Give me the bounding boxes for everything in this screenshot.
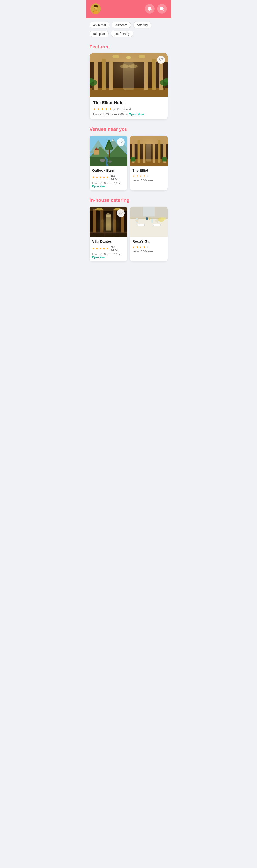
featured-reviews-count: (212 reviews) (113, 107, 131, 111)
filter-pet-friendly[interactable]: pet-friendly (111, 31, 133, 37)
svg-point-5 (94, 7, 95, 7)
search-button[interactable] (157, 4, 167, 13)
star-2: ★ (136, 174, 139, 178)
outlook-barn-name: Outlook Barn (92, 168, 125, 173)
star-2: ★ (97, 107, 100, 111)
star-2: ★ (136, 245, 139, 249)
elliot-nearby-hours: Hours: 8:00am — (133, 179, 165, 182)
filter-catering[interactable]: catering (133, 22, 151, 28)
outlook-barn-favorite-button[interactable] (117, 138, 125, 146)
nearby-venue-card-1[interactable]: The Elliot ★ ★ ★ ★ ★ Hours: 8:00am — (130, 135, 168, 190)
star-5: ★ (109, 107, 112, 111)
star-3: ★ (140, 174, 142, 178)
nearby-title: Venues near you (90, 126, 168, 132)
star-5-empty: ★ (146, 245, 149, 249)
villa-dantes-name: Villa Dantes (92, 240, 125, 244)
bell-icon (147, 6, 152, 11)
hotel-lobby-illustration (90, 53, 168, 97)
header-icons (145, 4, 167, 13)
outlook-barn-reviews: (212 reviews) (110, 174, 125, 180)
svg-point-84 (136, 224, 145, 226)
hours-text: Hours: 8:00am — (133, 250, 153, 253)
star-3: ★ (140, 245, 142, 249)
svg-point-39 (100, 159, 105, 162)
featured-venue-info: The Elliot Hotel ★ ★ ★ ★ ★ (212 reviews)… (90, 97, 168, 119)
open-status: Open Now (92, 256, 105, 259)
table-setting-illustration (130, 207, 168, 237)
filter-av-rental[interactable]: a/v rental (90, 22, 110, 28)
villa-dantes-image (90, 207, 127, 237)
rosas-image (130, 207, 168, 237)
star-2: ★ (96, 247, 98, 250)
elliot-nearby-info: The Elliot ★ ★ ★ ★ ★ Hours: 8:00am — (130, 166, 168, 185)
star-4: ★ (103, 176, 105, 179)
featured-venue-name: The Elliot Hotel (93, 100, 164, 105)
featured-favorite-button[interactable] (157, 56, 165, 64)
outlook-barn-image (90, 135, 127, 166)
star-4: ★ (143, 174, 146, 178)
outlook-barn-hours: Hours: 8:00am — 7:00pm Open Now (92, 182, 125, 188)
open-status: Open Now (92, 185, 105, 188)
villa-dantes-reviews: (212 reviews) (110, 245, 125, 251)
catering-venue-card-0[interactable]: Villa Dantes ★ ★ ★ ★ ★ (212 reviews) Hou… (90, 207, 127, 261)
hotel-thumb-illustration (130, 135, 168, 166)
svg-rect-30 (90, 53, 168, 97)
star-1: ★ (133, 174, 135, 178)
star-5: ★ (106, 247, 109, 250)
featured-open-status: Open Now (129, 113, 144, 116)
catering-title: In-house catering (90, 197, 168, 203)
star-1: ★ (92, 176, 95, 179)
svg-rect-97 (143, 207, 154, 216)
notification-button[interactable] (145, 4, 154, 13)
star-4: ★ (103, 247, 105, 250)
elliot-nearby-stars: ★ ★ ★ ★ ★ (133, 174, 165, 178)
featured-hours-text: Hours: 8:00am — 7:00pm (93, 113, 128, 116)
star-5: ★ (106, 176, 109, 179)
svg-point-6 (96, 7, 96, 7)
svg-rect-88 (151, 219, 152, 223)
hours-text: Hours: 8:00am — 7:00pm (92, 253, 122, 256)
hours-text: Hours: 8:00am — (133, 179, 153, 182)
rosas-name: Rosa's Ga (133, 240, 165, 244)
filter-rain-plan[interactable]: rain plan (90, 31, 109, 37)
rosas-info: Rosa's Ga ★ ★ ★ ★ ★ Hours: 8:00am — (130, 237, 168, 255)
villa-dantes-favorite-button[interactable] (117, 209, 125, 217)
catering-section: In-house catering (86, 192, 171, 267)
heart-icon (159, 58, 163, 62)
filter-tags: a/v rental outdoors catering rain plan p… (86, 18, 171, 39)
star-5-empty: ★ (146, 174, 149, 178)
elliot-nearby-name: The Elliot (133, 168, 165, 173)
featured-venue-image (90, 53, 168, 97)
rosas-hours: Hours: 8:00am — (133, 250, 165, 253)
svg-line-8 (163, 9, 164, 10)
nearby-venue-card-0[interactable]: Outlook Barn ★ ★ ★ ★ ★ (212 reviews) Hou… (90, 135, 127, 190)
heart-icon (119, 211, 122, 215)
nearby-cards-grid: Outlook Barn ★ ★ ★ ★ ★ (212 reviews) Hou… (90, 135, 168, 190)
filter-outdoors[interactable]: outdoors (112, 22, 131, 28)
rosas-stars: ★ ★ ★ ★ ★ (133, 245, 165, 249)
outlook-barn-info: Outlook Barn ★ ★ ★ ★ ★ (212 reviews) Hou… (90, 166, 127, 190)
star-3: ★ (99, 247, 102, 250)
star-1: ★ (133, 245, 135, 249)
svg-rect-44 (94, 150, 99, 155)
star-3: ★ (99, 176, 102, 179)
star-1: ★ (92, 247, 95, 250)
star-3: ★ (101, 107, 104, 111)
svg-point-85 (152, 224, 161, 226)
outlook-barn-stars: ★ ★ ★ ★ ★ (212 reviews) (92, 174, 125, 180)
star-1: ★ (93, 107, 96, 111)
svg-rect-59 (130, 136, 168, 166)
villa-dantes-hours: Hours: 8:00am — 7:00pm Open Now (92, 253, 125, 259)
heart-icon (119, 140, 122, 144)
featured-title: Featured (90, 44, 168, 50)
catering-venue-card-1[interactable]: Rosa's Ga ★ ★ ★ ★ ★ Hours: 8:00am — (130, 207, 168, 261)
villa-dantes-stars: ★ ★ ★ ★ ★ (212 reviews) (92, 245, 125, 251)
nearby-section: Venues near you (86, 121, 171, 192)
featured-venue-card[interactable]: The Elliot Hotel ★ ★ ★ ★ ★ (212 reviews)… (90, 53, 168, 119)
featured-section: Featured (86, 39, 171, 121)
avatar[interactable] (90, 3, 101, 14)
star-2: ★ (96, 176, 98, 179)
star-4: ★ (143, 245, 146, 249)
svg-point-40 (108, 160, 112, 162)
catering-cards-grid: Villa Dantes ★ ★ ★ ★ ★ (212 reviews) Hou… (90, 207, 168, 261)
